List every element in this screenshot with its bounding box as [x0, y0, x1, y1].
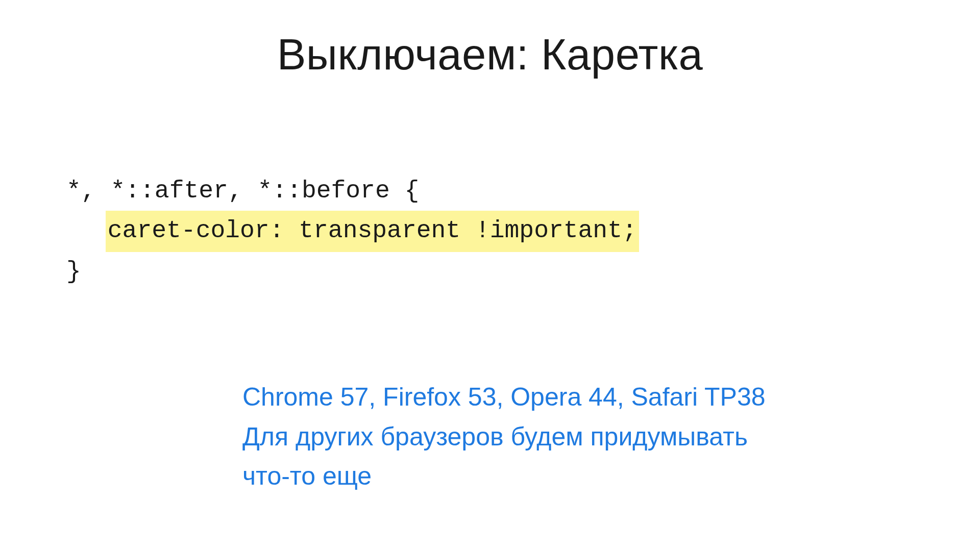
slide-notes: Chrome 57, Firefox 53, Opera 44, Safari …	[242, 378, 914, 496]
slide-title: Выключаем: Каретка	[66, 30, 914, 80]
slide: Выключаем: Каретка *, *::after, *::befor…	[0, 0, 980, 551]
code-line-close: }	[66, 252, 914, 291]
note-other-2: что-то еще	[242, 457, 914, 496]
code-highlight: caret-color: transparent !important;	[106, 211, 639, 252]
note-other-1: Для других браузеров будем придумывать	[242, 417, 914, 457]
code-line-property: caret-color: transparent !important;	[66, 211, 914, 252]
note-browsers: Chrome 57, Firefox 53, Opera 44, Safari …	[242, 378, 914, 417]
code-line-selector: *, *::after, *::before {	[66, 171, 914, 211]
code-block: *, *::after, *::before { caret-color: tr…	[66, 171, 914, 291]
